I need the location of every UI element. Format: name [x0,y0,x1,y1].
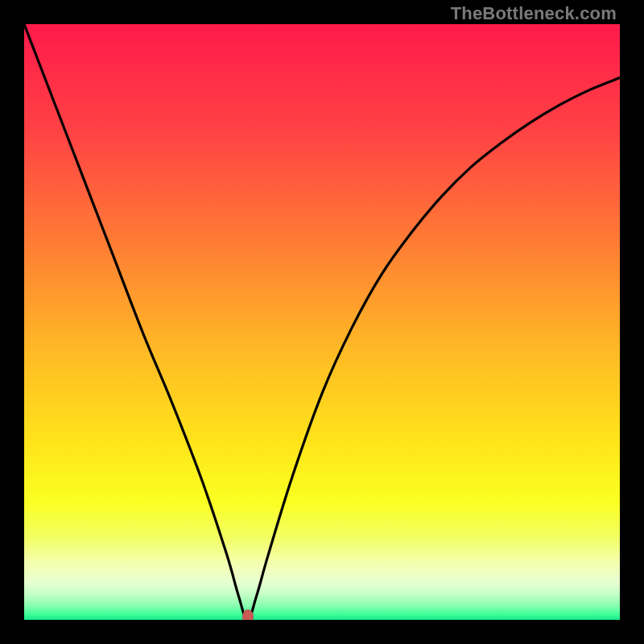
background-gradient [24,24,620,620]
optimal-point-marker [242,609,254,620]
svg-rect-0 [24,24,620,620]
chart-frame: TheBottleneck.com [0,0,644,644]
plot-area [24,24,620,620]
watermark-text: TheBottleneck.com [451,3,617,24]
